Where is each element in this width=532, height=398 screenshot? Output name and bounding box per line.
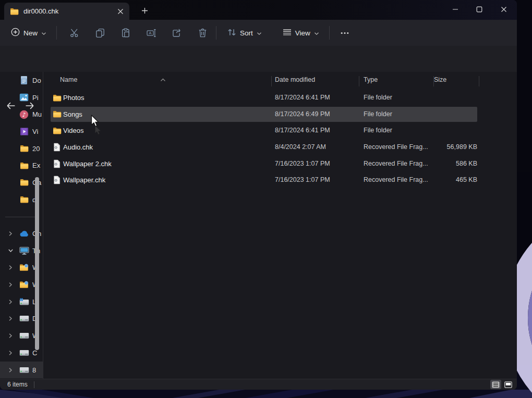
tab-bar: dir0000.chk <box>0 0 517 20</box>
explorer-tab[interactable]: dir0000.chk <box>4 3 129 20</box>
sidebar-item-label: Pi <box>32 94 42 102</box>
file-type: Recovered File Frag... <box>364 143 431 151</box>
sidebar-item[interactable]: Pi <box>0 89 43 106</box>
file-date-modified: 8/17/2024 6:41 PM <box>275 127 330 134</box>
file-type: File folder <box>364 94 431 101</box>
sidebar-item-label: C <box>32 349 42 357</box>
folder-icon <box>52 93 62 102</box>
file-size: 465 KB <box>429 176 477 183</box>
column-header-type[interactable]: Type <box>364 76 378 83</box>
chk-file-icon <box>52 176 62 184</box>
chk-file-icon <box>52 143 62 152</box>
sidebar-item-label: Ex <box>32 161 42 169</box>
file-row[interactable]: Audio.chk 8/4/2024 2:07 AM Recovered Fil… <box>43 139 517 156</box>
music-icon: ♪ <box>19 109 29 120</box>
file-row[interactable]: Videos 8/17/2024 6:41 PM File folder <box>43 122 517 139</box>
sort-arrows-icon <box>227 28 236 38</box>
copy-button[interactable] <box>91 24 109 42</box>
desktop: dir0000.chk New A Sor <box>0 0 532 398</box>
chevron-right-icon[interactable] <box>7 315 14 322</box>
cloud-icon <box>19 229 29 239</box>
chevron-right-icon[interactable] <box>7 281 14 289</box>
sidebar-item-label: 20 <box>32 145 42 153</box>
file-explorer-window: dir0000.chk New A Sor <box>0 0 517 390</box>
sidebar-item-label: Mu <box>32 110 42 118</box>
drive-icon <box>19 314 29 324</box>
drive-icon <box>19 331 29 341</box>
column-header-date[interactable]: Date modified <box>275 76 315 83</box>
file-type: File folder <box>364 110 431 118</box>
file-name: Songs <box>63 110 82 118</box>
chevron-right-icon[interactable] <box>7 298 14 305</box>
drive-windows-icon <box>19 296 29 307</box>
file-row[interactable]: Wallpaper 2.chk 7/16/2023 1:07 PM Recove… <box>43 156 517 172</box>
chevron-right-icon[interactable] <box>7 366 14 374</box>
main-area: Do Pi♪ Mu Vi 20 Ex Ga di On Th W W L D W… <box>0 72 517 379</box>
delete-button[interactable] <box>194 24 211 42</box>
file-type: Recovered File Frag... <box>364 160 431 167</box>
new-tab-button[interactable] <box>138 4 151 17</box>
file-row[interactable]: Songs 8/17/2024 6:49 PM File folder <box>43 106 517 123</box>
folder-icon <box>52 110 62 119</box>
file-row[interactable]: Wallpaper.chk 7/16/2023 1:07 PM Recovere… <box>43 172 517 189</box>
tab-close-button[interactable] <box>115 6 126 17</box>
sort-ascending-icon <box>160 76 166 83</box>
file-type: File folder <box>364 127 431 134</box>
svg-text:♪: ♪ <box>22 111 26 118</box>
drive-icon <box>19 347 29 358</box>
sidebar-item[interactable]: Vi <box>0 123 43 140</box>
sidebar-item-label: 8 <box>32 366 42 374</box>
sidebar-item[interactable]: 20 <box>0 140 43 157</box>
file-row[interactable]: Photos 8/17/2024 6:41 PM File folder <box>43 90 517 106</box>
rename-button[interactable]: A <box>142 24 160 42</box>
folder-globe-icon <box>19 280 29 290</box>
thumbnail-view-toggle[interactable] <box>503 380 514 389</box>
file-size: 56,989 KB <box>429 143 477 151</box>
view-list-icon <box>283 29 292 38</box>
close-button[interactable] <box>492 0 516 19</box>
address-row: This PC8TB Seagate (I:)found.000dir0000.… <box>0 46 517 72</box>
details-view-toggle[interactable] <box>490 380 501 389</box>
sort-button[interactable]: Sort <box>223 24 267 42</box>
maximize-button[interactable] <box>467 0 491 19</box>
sidebar-scrollbar[interactable] <box>35 177 39 350</box>
sidebar-item[interactable]: ♪ Mu <box>0 106 43 123</box>
sidebar-item[interactable]: 8 <box>0 362 43 379</box>
folder-icon <box>52 126 62 135</box>
sidebar-item[interactable]: Do <box>0 72 43 89</box>
chevron-right-icon[interactable] <box>7 230 14 238</box>
paste-button[interactable] <box>117 24 135 42</box>
cut-button[interactable] <box>66 24 83 42</box>
view-button-label: View <box>295 29 310 37</box>
chevron-right-icon[interactable] <box>7 332 14 340</box>
file-name: Wallpaper 2.chk <box>63 160 112 168</box>
see-more-button[interactable] <box>336 24 354 42</box>
folder-icon <box>19 194 29 205</box>
view-button[interactable]: View <box>278 25 324 41</box>
column-header-name[interactable]: Name <box>60 76 77 83</box>
file-name: Wallpaper.chk <box>63 176 105 184</box>
chk-file-icon <box>52 159 62 168</box>
chevron-right-icon[interactable] <box>7 264 14 271</box>
chevron-down-icon <box>314 29 319 37</box>
svg-text:A: A <box>149 31 152 35</box>
chevron-down-icon[interactable] <box>7 247 14 254</box>
column-headers: Name Date modified Type Size <box>43 73 517 88</box>
column-header-size[interactable]: Size <box>434 76 446 83</box>
folder-icon <box>10 8 19 15</box>
command-bar: New A Sort View <box>0 20 517 46</box>
folder-icon <box>19 177 29 188</box>
new-button[interactable]: New <box>6 24 51 42</box>
chevron-right-icon[interactable] <box>7 349 14 356</box>
minimize-button[interactable] <box>443 0 467 19</box>
file-name: Videos <box>63 127 84 134</box>
folder-icon <box>19 143 29 154</box>
sidebar-item[interactable]: Ex <box>0 157 43 174</box>
file-list: Name Date modified Type Size Photos 8/17… <box>43 72 517 379</box>
file-date-modified: 8/4/2024 2:07 AM <box>275 143 326 151</box>
pictures-icon <box>19 92 29 103</box>
plus-circle-icon <box>11 28 20 38</box>
videos-icon <box>19 126 29 136</box>
share-button[interactable] <box>168 24 186 42</box>
tab-title: dir0000.chk <box>23 7 58 15</box>
